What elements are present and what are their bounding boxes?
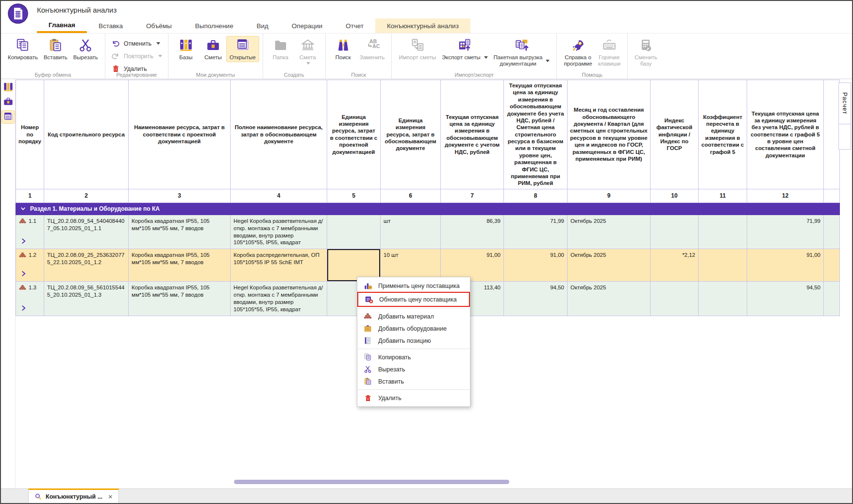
tab-vid[interactable]: Вид <box>245 18 280 33</box>
find-button[interactable]: Поиск <box>330 36 357 62</box>
col-num-4: 4 <box>231 189 327 202</box>
cell-price-col5[interactable]: 91,00 <box>747 249 824 282</box>
cut-button[interactable]: Вырезать <box>70 36 101 62</box>
row-expand-chevron-icon[interactable] <box>20 270 28 278</box>
header-number: Номер по порядку <box>16 80 44 189</box>
switch-base-button[interactable]: Сменить базу <box>632 36 660 68</box>
cell-num[interactable]: 1.2 <box>16 249 44 282</box>
bases-button[interactable]: Базы <box>172 36 200 62</box>
export-dropdown-icon[interactable] <box>484 56 488 59</box>
cell-price-no-vat[interactable]: 91,00 <box>504 249 568 282</box>
create-estimate-button[interactable]: Смета <box>294 36 321 66</box>
mini-estimates-button[interactable] <box>2 95 15 108</box>
menu-item-cut[interactable]: Вырезать <box>357 363 470 375</box>
close-tab-icon[interactable]: × <box>106 492 113 501</box>
about-button[interactable]: Справка о программе <box>561 36 595 68</box>
undo-button[interactable]: Отменить <box>109 38 164 49</box>
open-documents-button[interactable]: Открытые <box>227 36 259 62</box>
cell-extra[interactable] <box>824 282 840 316</box>
menu-item-paste[interactable]: Вставить <box>357 375 470 387</box>
redo-button[interactable]: Повторить <box>109 51 164 61</box>
section-row[interactable]: Раздел 1. Материалы и Оборудование по КА <box>16 202 840 215</box>
cell-unit-project[interactable] <box>327 215 381 249</box>
col-num-10: 10 <box>651 189 699 202</box>
cell-name[interactable]: Коробка квадратная IP55, 105 мм*105 мм*5… <box>129 215 231 249</box>
context-menu: Применить цену поставщика Обновить цену … <box>357 277 470 407</box>
row-expand-chevron-icon[interactable] <box>20 304 28 312</box>
row-expand-chevron-icon[interactable] <box>20 237 28 245</box>
cell-month[interactable]: Октябрь 2025 <box>568 249 651 282</box>
cell-price-no-vat[interactable]: 94,50 <box>504 282 568 316</box>
cell-num[interactable]: 1.1 <box>16 215 44 249</box>
menu-item-apply-supplier-price[interactable]: Применить цену поставщика <box>357 280 470 292</box>
col-num-7: 7 <box>441 189 504 202</box>
tab-obyomy[interactable]: Объёмы <box>134 18 184 33</box>
import-estimate-button[interactable]: Импорт сметы <box>396 36 439 62</box>
menu-item-add-equipment[interactable]: Добавить оборудование <box>357 322 470 335</box>
tab-raschet[interactable]: Расчет <box>838 83 851 124</box>
cell-full-name[interactable]: Hegel Коробка разветвительная д/откр. мо… <box>231 282 327 316</box>
tab-otchet[interactable]: Отчет <box>334 18 375 33</box>
cell-unit-doc[interactable]: шт <box>381 215 441 249</box>
menu-item-copy[interactable]: Копировать <box>357 351 470 363</box>
cell-price-col5[interactable]: 71,99 <box>747 215 824 249</box>
mini-bases-button[interactable] <box>2 81 15 93</box>
cell-index[interactable] <box>651 215 699 249</box>
cell-extra[interactable] <box>824 249 840 282</box>
cell-code[interactable]: ТЦ_20.2.08.09_56_5610155445_20.10.2025_0… <box>44 282 129 316</box>
hotkeys-button[interactable]: Горячие клавиши <box>595 36 623 68</box>
menu-item-delete[interactable]: Удалить <box>357 392 470 404</box>
cell-coef[interactable] <box>699 249 747 282</box>
paste-icon <box>363 377 372 386</box>
tab-operacii[interactable]: Операции <box>280 18 334 33</box>
cell-code[interactable]: ТЦ_20.2.08.09_25_2536320775_22.10.2025_0… <box>44 249 129 282</box>
col-num-1: 1 <box>16 189 44 202</box>
undo-dropdown-icon[interactable] <box>156 42 160 45</box>
cell-price-vat[interactable]: 86,39 <box>441 215 504 249</box>
find-label: Поиск <box>335 54 351 61</box>
ribbon-group-base: Сменить базу <box>628 34 664 79</box>
batch-upload-button[interactable]: Пакетная выгрузка документации <box>491 36 553 68</box>
export-estimate-button[interactable]: Экспорт сметы <box>439 36 491 62</box>
table-row[interactable]: 1.1 ТЦ_20.2.08.09_54_5404084407_05.10.20… <box>16 215 840 249</box>
cell-name[interactable]: Коробка квадратная IP55, 105 мм*105 мм*5… <box>129 282 231 316</box>
cell-name[interactable]: Коробка квадратная IP55, 105 мм*105 мм*5… <box>129 249 231 282</box>
cell-full-name[interactable]: Коробка распределительная, ОП 105*105*55… <box>231 249 327 282</box>
open-documents-icon <box>235 37 251 53</box>
mini-open-documents-icon <box>3 112 14 122</box>
cell-price-no-vat[interactable]: 71,99 <box>504 215 568 249</box>
folder-button[interactable]: Папка <box>267 36 294 62</box>
estimates-button[interactable]: Сметы <box>200 36 227 62</box>
bottom-document-tab[interactable]: Конъюнктурный ... × <box>28 488 119 503</box>
menu-item-add-position[interactable]: Добавить позицию <box>357 335 470 347</box>
copy-button[interactable]: Копировать <box>5 36 41 62</box>
tab-konyunkturny-analiz[interactable]: Конъюнктурный анализ <box>375 18 470 33</box>
cell-price-col5[interactable]: 94,50 <box>747 282 824 316</box>
replace-button[interactable]: ABAC Заменить <box>357 36 388 62</box>
cell-coef[interactable] <box>699 215 747 249</box>
cell-index[interactable]: *2,12 <box>651 249 699 282</box>
tab-glavnaya[interactable]: Главная <box>37 18 87 33</box>
create-estimate-dropdown-icon[interactable] <box>306 62 310 65</box>
left-panel-strip <box>1 80 16 503</box>
group-label-import-export: Импорт/экспорт <box>392 72 556 78</box>
tab-vypolnenie[interactable]: Выполнение <box>184 18 245 33</box>
horizontal-scrollbar-thumb[interactable] <box>234 480 509 484</box>
tab-vstavka[interactable]: Вставка <box>87 18 134 33</box>
cell-full-name[interactable]: Hegel Коробка разветвительная д/откр. мо… <box>231 215 327 249</box>
menu-item-add-material[interactable]: Добавить материал <box>357 310 470 322</box>
mini-open-documents-button[interactable] <box>2 111 15 123</box>
batch-upload-dropdown-icon[interactable] <box>546 60 550 62</box>
cell-month[interactable]: Октябрь 2025 <box>568 282 651 316</box>
cell-num[interactable]: 1.3 <box>16 282 44 316</box>
cell-index[interactable] <box>651 282 699 316</box>
cell-coef[interactable] <box>699 282 747 316</box>
redo-dropdown-icon[interactable] <box>158 55 162 57</box>
cut-label: Вырезать <box>73 54 98 61</box>
cell-code[interactable]: ТЦ_20.2.08.09_54_5404084407_05.10.2025_0… <box>44 215 129 249</box>
magnifier-icon <box>34 493 42 500</box>
paste-button[interactable]: Вставить <box>41 36 70 62</box>
cell-extra[interactable] <box>824 215 840 249</box>
cell-month[interactable]: Октябрь 2025 <box>568 215 651 249</box>
menu-item-update-supplier-price[interactable]: Обновить цену поставщика <box>358 293 469 306</box>
